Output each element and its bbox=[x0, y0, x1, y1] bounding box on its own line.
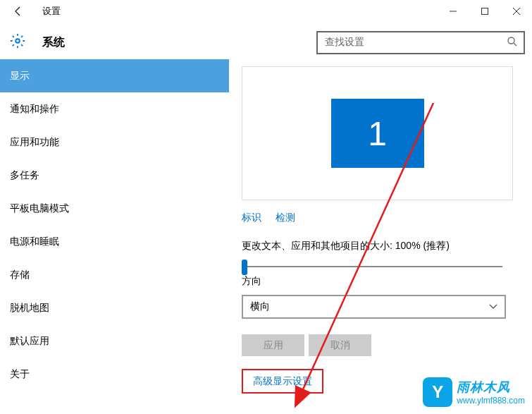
close-button[interactable] bbox=[500, 0, 532, 23]
search-input[interactable]: 查找设置 bbox=[316, 31, 525, 54]
sidebar-item-tablet[interactable]: 平板电脑模式 bbox=[0, 192, 229, 225]
sidebar-item-offline-maps[interactable]: 脱机地图 bbox=[0, 291, 229, 324]
svg-rect-1 bbox=[481, 8, 488, 15]
sidebar-item-about[interactable]: 关于 bbox=[0, 358, 229, 391]
identify-link[interactable]: 标识 bbox=[242, 212, 261, 224]
sidebar: 显示 通知和操作 应用和功能 多任务 平板电脑模式 电源和睡眠 存储 脱机地图 … bbox=[0, 59, 229, 414]
watermark-title: 雨林木风 bbox=[457, 379, 525, 396]
orientation-select[interactable]: 横向 bbox=[242, 295, 506, 319]
sidebar-item-apps[interactable]: 应用和功能 bbox=[0, 126, 229, 159]
minimize-button[interactable] bbox=[437, 0, 469, 23]
scale-slider[interactable] bbox=[242, 260, 502, 261]
watermark-badge: Y bbox=[423, 377, 452, 407]
sidebar-item-default-apps[interactable]: 默认应用 bbox=[0, 324, 229, 358]
sidebar-item-power[interactable]: 电源和睡眠 bbox=[0, 225, 229, 258]
watermark: Y 雨林木风 www.ylmf888.com bbox=[423, 377, 525, 407]
cancel-button[interactable]: 取消 bbox=[309, 334, 371, 356]
page-title: 系统 bbox=[42, 35, 65, 50]
svg-point-4 bbox=[16, 39, 20, 43]
slider-thumb[interactable] bbox=[242, 260, 247, 275]
svg-line-6 bbox=[514, 43, 516, 46]
advanced-display-highlight: 高级显示设置 bbox=[242, 369, 323, 394]
window-title: 设置 bbox=[42, 5, 61, 18]
watermark-url: www.ylmf888.com bbox=[457, 396, 525, 406]
sidebar-item-display[interactable]: 显示 bbox=[0, 59, 229, 92]
scale-label: 更改文本、应用和其他项目的大小: 100% (推荐) bbox=[242, 240, 525, 252]
advanced-display-link[interactable]: 高级显示设置 bbox=[253, 375, 312, 386]
sidebar-item-notifications[interactable]: 通知和操作 bbox=[0, 92, 229, 126]
orientation-label: 方向 bbox=[242, 275, 525, 288]
chevron-down-icon bbox=[489, 302, 497, 312]
back-button[interactable] bbox=[7, 0, 30, 23]
maximize-button[interactable] bbox=[469, 0, 500, 23]
search-placeholder: 查找设置 bbox=[325, 36, 507, 49]
sidebar-item-storage[interactable]: 存储 bbox=[0, 258, 229, 291]
svg-point-5 bbox=[508, 37, 514, 44]
sidebar-item-multitask[interactable]: 多任务 bbox=[0, 159, 229, 192]
gear-icon bbox=[10, 33, 25, 51]
search-icon bbox=[507, 36, 518, 49]
monitor-1[interactable]: 1 bbox=[331, 99, 424, 168]
monitor-preview[interactable]: 1 bbox=[242, 66, 513, 200]
apply-button[interactable]: 应用 bbox=[242, 334, 304, 356]
detect-link[interactable]: 检测 bbox=[276, 212, 295, 224]
